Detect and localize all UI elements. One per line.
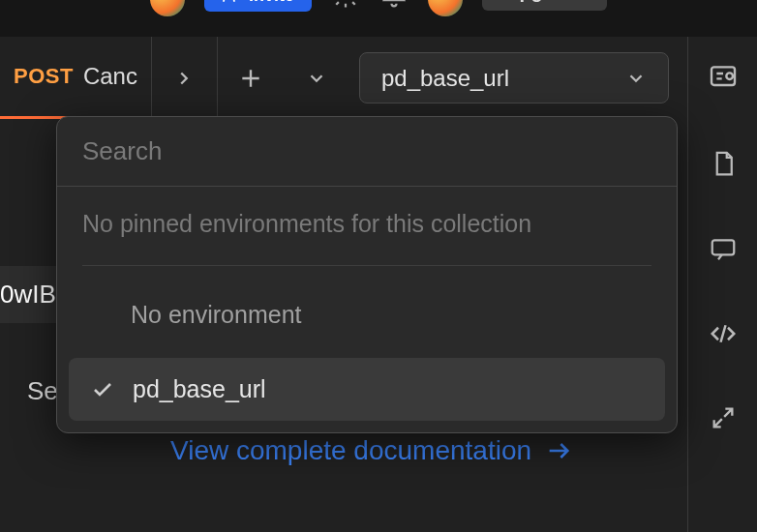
expand-icon[interactable] [710,404,737,431]
right-rail [687,37,757,532]
tab-title: Canc [83,63,137,90]
method-badge: POST [14,64,74,89]
check-icon [90,378,115,401]
divider [82,265,651,266]
avatar[interactable] [150,0,185,16]
bell-icon[interactable] [379,0,409,10]
tab-active[interactable]: POST Canc [0,37,152,119]
invite-button[interactable]: Invite [204,0,312,12]
environment-quicklook-icon[interactable] [708,62,739,93]
tab-menu-chevron[interactable] [284,37,349,119]
url-fragment: 0wIB [0,266,64,323]
environment-dropdown: No pinned environments for this collecti… [56,116,678,433]
svg-point-3 [726,73,733,79]
gear-icon[interactable] [331,0,360,10]
chevron-down-icon [625,68,647,89]
person-plus-icon [222,0,241,5]
option-label: No environment [131,301,301,329]
view-documentation-link[interactable]: View complete documentation [170,435,572,466]
label-fragment: Se [27,376,58,406]
avatar-2[interactable] [428,0,463,16]
svg-rect-2 [712,67,735,85]
top-bar: Invite Upgrade [0,0,757,37]
doc-link-label: View complete documentation [170,435,531,466]
upgrade-button[interactable]: Upgrade [482,0,607,11]
environment-option-pd-base-url[interactable]: pd_base_url [69,358,665,421]
environment-current: pd_base_url [381,65,509,92]
environment-search-input[interactable] [57,117,677,186]
tab-overflow-chevron[interactable] [152,37,218,119]
tab-row: POST Canc pd_base_url [0,37,757,119]
environment-selector[interactable]: pd_base_url [359,52,669,103]
svg-rect-4 [712,240,734,254]
invite-label: Invite [249,0,294,6]
arrow-right-icon [545,437,572,464]
option-label: pd_base_url [133,375,266,403]
comments-icon[interactable] [709,234,738,263]
environment-option-none[interactable]: No environment [69,283,665,346]
new-tab-button[interactable] [218,37,284,119]
code-icon[interactable] [709,319,738,348]
pinned-hint: No pinned environments for this collecti… [57,187,677,248]
